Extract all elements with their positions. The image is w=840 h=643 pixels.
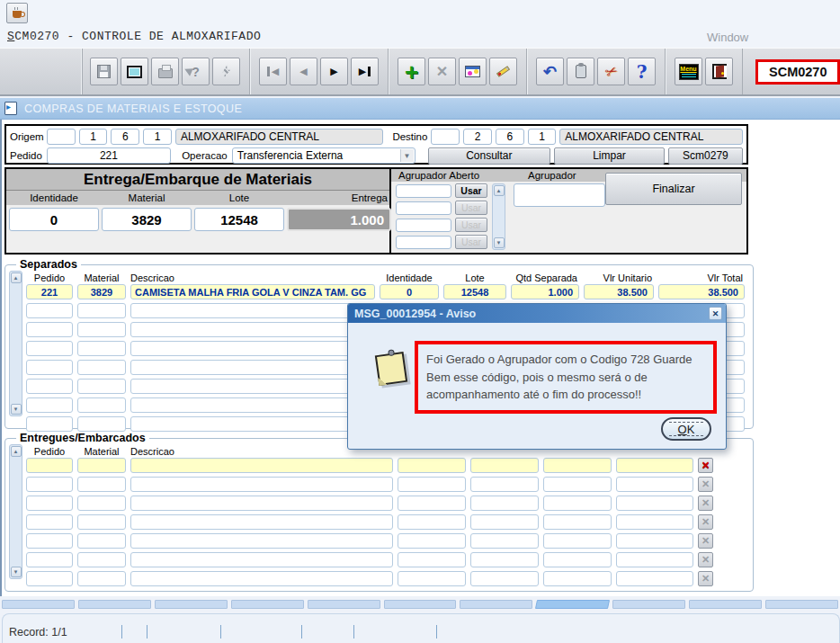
entregues-cell[interactable] bbox=[130, 533, 393, 549]
entregues-cell[interactable] bbox=[398, 477, 466, 492]
next-record-button[interactable]: ▶ bbox=[320, 58, 348, 85]
previous-record-button[interactable]: ◀ bbox=[290, 58, 317, 85]
separados-cell[interactable]: 38.500 bbox=[658, 284, 745, 299]
pedido-field[interactable]: 221 bbox=[47, 147, 172, 164]
consultar-button[interactable]: Consultar bbox=[428, 147, 551, 165]
entregues-cell[interactable] bbox=[26, 514, 73, 530]
taskbar-segment[interactable] bbox=[384, 600, 457, 609]
window-menu-item[interactable]: Window bbox=[707, 31, 748, 44]
entregues-cell[interactable] bbox=[543, 552, 612, 567]
scroll-up-icon[interactable]: ▲ bbox=[11, 272, 22, 283]
entregues-cell[interactable] bbox=[616, 496, 693, 511]
taskbar-segment[interactable] bbox=[689, 600, 762, 609]
context-help-button[interactable] bbox=[182, 58, 210, 85]
entregues-cell[interactable] bbox=[26, 496, 73, 511]
entregues-cell[interactable] bbox=[130, 458, 393, 473]
entregues-cell[interactable] bbox=[398, 458, 466, 473]
execute-button[interactable] bbox=[212, 58, 240, 85]
entregues-cell[interactable] bbox=[543, 477, 612, 492]
entregues-cell[interactable] bbox=[130, 571, 393, 586]
agrupador-aberto-field[interactable] bbox=[396, 184, 451, 198]
form-menu-title[interactable]: SCM0270 - CONTROLE DE ALMOXARIFADO bbox=[7, 30, 261, 43]
entregues-cell[interactable] bbox=[77, 552, 126, 567]
entregues-cell[interactable] bbox=[470, 477, 539, 492]
separados-cell[interactable] bbox=[77, 416, 126, 432]
clipboard-button[interactable] bbox=[567, 58, 594, 85]
taskbar-segment[interactable] bbox=[612, 600, 685, 609]
separados-cell[interactable] bbox=[130, 303, 375, 318]
print-preview-button[interactable] bbox=[121, 58, 148, 85]
taskbar-segment[interactable] bbox=[2, 600, 75, 609]
entregues-cell[interactable] bbox=[130, 477, 393, 492]
usar-button[interactable]: Usar bbox=[455, 218, 487, 232]
save-button[interactable] bbox=[90, 58, 118, 85]
origem-field-3[interactable]: 1 bbox=[143, 129, 172, 145]
delete-row-button[interactable] bbox=[698, 496, 713, 511]
delete-row-button[interactable] bbox=[698, 477, 713, 492]
entregues-cell[interactable] bbox=[26, 477, 73, 492]
separados-cell[interactable] bbox=[130, 397, 375, 413]
entregues-cell[interactable] bbox=[398, 533, 466, 549]
print-button[interactable] bbox=[151, 58, 179, 85]
separados-cell[interactable] bbox=[26, 416, 73, 432]
operacao-select[interactable]: Transferencia Externa ▼ bbox=[232, 147, 416, 164]
origem-field-2[interactable]: 6 bbox=[111, 129, 139, 145]
entregues-scrollbar[interactable]: ▲ ▼ bbox=[9, 444, 22, 579]
entregues-cell[interactable] bbox=[470, 552, 539, 567]
separados-cell[interactable] bbox=[26, 303, 73, 318]
dialog-titlebar[interactable]: MSG_00012954 - Aviso ✕ bbox=[348, 304, 726, 323]
entregues-cell[interactable] bbox=[543, 458, 612, 473]
origem-field-1[interactable]: 1 bbox=[79, 129, 108, 145]
entregues-cell[interactable] bbox=[616, 477, 693, 492]
usar-button[interactable]: Usar bbox=[455, 201, 487, 215]
entregues-cell[interactable] bbox=[543, 571, 612, 586]
agrupador-aberto-field[interactable] bbox=[396, 219, 451, 232]
entregues-cell[interactable] bbox=[130, 552, 393, 567]
taskbar-segment[interactable] bbox=[460, 600, 532, 609]
entregues-cell[interactable] bbox=[616, 514, 693, 530]
entregues-cell[interactable] bbox=[543, 533, 612, 549]
separados-cell[interactable] bbox=[77, 303, 126, 318]
last-record-button[interactable]: ▶ bbox=[351, 58, 379, 85]
taskbar-segment[interactable] bbox=[765, 600, 838, 609]
entregues-cell[interactable] bbox=[470, 458, 539, 473]
destino-field-2[interactable]: 6 bbox=[496, 129, 524, 145]
usar-button[interactable]: Usar bbox=[455, 183, 487, 198]
limpar-button[interactable]: Limpar bbox=[554, 147, 665, 165]
entregues-cell[interactable] bbox=[26, 571, 73, 586]
separados-cell[interactable] bbox=[77, 397, 126, 413]
entregues-cell[interactable] bbox=[26, 552, 73, 567]
entregues-cell[interactable] bbox=[398, 552, 466, 567]
separados-cell[interactable] bbox=[77, 379, 126, 394]
entregues-cell[interactable] bbox=[77, 514, 126, 530]
delete-row-button[interactable] bbox=[698, 514, 713, 530]
separados-cell[interactable] bbox=[130, 379, 375, 394]
entregues-cell[interactable] bbox=[77, 533, 126, 549]
separados-cell[interactable]: 12548 bbox=[443, 284, 506, 299]
taskbar-segment[interactable] bbox=[308, 600, 380, 609]
entregues-cell[interactable] bbox=[77, 496, 126, 511]
separados-cell[interactable] bbox=[130, 322, 375, 337]
entregues-cell[interactable] bbox=[616, 458, 693, 473]
separados-cell[interactable] bbox=[130, 416, 375, 432]
separados-cell[interactable] bbox=[130, 360, 375, 375]
delete-row-button[interactable] bbox=[698, 458, 713, 473]
entregues-cell[interactable] bbox=[77, 477, 126, 492]
separados-cell[interactable] bbox=[26, 322, 73, 337]
scroll-up-icon[interactable]: ▲ bbox=[494, 185, 505, 196]
entregues-cell[interactable] bbox=[470, 533, 539, 549]
scroll-down-icon[interactable]: ▼ bbox=[494, 237, 505, 248]
separados-cell[interactable]: 38.500 bbox=[584, 284, 654, 299]
taskbar-segment[interactable] bbox=[231, 600, 304, 609]
separados-scrollbar[interactable]: ▲ ▼ bbox=[9, 271, 22, 416]
help-button[interactable] bbox=[628, 58, 656, 85]
origem-field-0[interactable] bbox=[47, 129, 76, 145]
entregues-cell[interactable] bbox=[77, 458, 126, 473]
separados-cell[interactable] bbox=[26, 379, 73, 394]
usar-button[interactable]: Usar bbox=[455, 235, 487, 249]
delete-row-button[interactable] bbox=[698, 533, 713, 549]
taskbar-segment[interactable] bbox=[155, 600, 228, 609]
taskbar-segment[interactable] bbox=[78, 600, 151, 609]
undo-button[interactable] bbox=[536, 58, 564, 85]
entregues-cell[interactable] bbox=[26, 533, 73, 549]
